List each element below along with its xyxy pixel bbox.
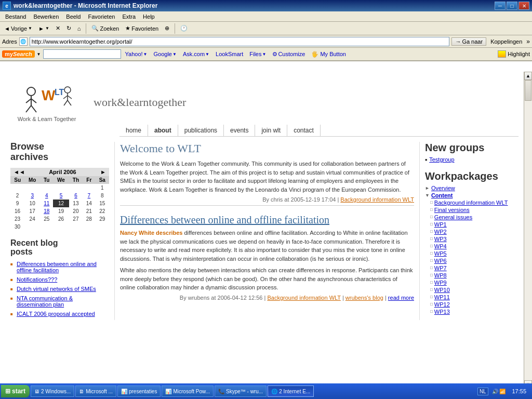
customize-button[interactable]: ⚙ Customize xyxy=(270,50,307,58)
gear-icon: ⚙ xyxy=(272,51,277,58)
menu-extra[interactable]: Extra xyxy=(119,13,139,20)
forward-icon: ► xyxy=(38,25,44,32)
history-icon: 🕐 xyxy=(180,25,188,32)
highlight-icon xyxy=(498,50,506,58)
refresh-icon: ↻ xyxy=(66,25,71,32)
browser-toolbar: ◄ Vorige ▼ ► ▼ ✕ ↻ ⌂ 🔍 Zoeken ★ Favoriet… xyxy=(0,22,532,35)
forward-button[interactable]: ► ▼ xyxy=(36,24,51,33)
menu-bewerken[interactable]: Bewerken xyxy=(30,13,62,20)
askcom-dropdown-icon[interactable]: ▼ xyxy=(205,52,209,57)
close-button[interactable]: ✕ xyxy=(518,2,529,10)
back-dropdown-icon[interactable]: ▼ xyxy=(28,26,32,31)
media-button[interactable]: ⊕ xyxy=(163,24,171,33)
search-bar: mySearch ▼ Yahoo!▼ Google▼ Ask.com▼ Look… xyxy=(0,48,532,61)
media-icon: ⊕ xyxy=(165,25,169,32)
koppelingen-button[interactable]: Koppelingen xyxy=(488,38,524,45)
google-dropdown-icon[interactable]: ▼ xyxy=(172,52,177,57)
history-button[interactable]: 🕐 xyxy=(178,24,190,33)
stop-button[interactable]: ✕ xyxy=(54,24,62,33)
search-input[interactable] xyxy=(43,49,121,59)
search-icon: 🔍 xyxy=(91,25,99,32)
page-icon: 🌐 xyxy=(19,37,28,46)
looksmart-button[interactable]: LookSmart xyxy=(214,50,245,58)
askcom-button[interactable]: Ask.com▼ xyxy=(181,50,211,58)
my-search-button[interactable]: mySearch xyxy=(2,50,35,58)
go-arrow-icon: → xyxy=(455,38,461,45)
minimize-button[interactable]: ─ xyxy=(495,2,506,10)
ie-icon: e xyxy=(3,2,11,10)
files-dropdown-icon[interactable]: ▼ xyxy=(262,52,266,57)
maximize-button[interactable]: □ xyxy=(507,2,517,10)
menu-favorieten[interactable]: Favorieten xyxy=(85,13,118,20)
go-button[interactable]: → Ga naar xyxy=(451,37,486,46)
separator-1 xyxy=(86,23,86,34)
expand-icon[interactable]: » xyxy=(526,38,530,45)
window-controls[interactable]: ─ □ ✕ xyxy=(495,2,529,10)
menu-bestand[interactable]: Bestand xyxy=(2,13,29,20)
yahoo-button[interactable]: Yahoo!▼ xyxy=(123,50,150,58)
star-icon: ★ xyxy=(125,25,130,32)
separator-2 xyxy=(175,23,175,34)
back-label: Vorige xyxy=(11,25,27,32)
my-search-label: my xyxy=(5,51,13,57)
highlight-button[interactable]: Highlight xyxy=(498,50,530,58)
forward-dropdown-icon[interactable]: ▼ xyxy=(45,26,49,31)
my-button[interactable]: 🖐 My Button xyxy=(309,50,348,58)
menu-bar: Bestand Bewerken Beeld Favorieten Extra … xyxy=(0,11,532,22)
back-button[interactable]: ◄ Vorige ▼ xyxy=(2,24,34,33)
menu-help[interactable]: Help xyxy=(140,13,158,20)
files-button[interactable]: Files▼ xyxy=(247,50,268,58)
search-button[interactable]: 🔍 Zoeken xyxy=(89,24,121,33)
home-icon: ⌂ xyxy=(77,25,81,32)
address-input[interactable] xyxy=(30,37,450,46)
title-bar: e work&learntogether - Microsoft Interne… xyxy=(0,0,532,11)
home-button[interactable]: ⌂ xyxy=(75,24,83,33)
window-title: e work&learntogether - Microsoft Interne… xyxy=(3,2,157,10)
address-label: Adres xyxy=(2,38,17,45)
menu-beeld[interactable]: Beeld xyxy=(63,13,84,20)
back-icon: ◄ xyxy=(4,25,10,32)
search-dropdown-icon[interactable]: ▼ xyxy=(37,52,41,57)
favorites-button[interactable]: ★ Favorieten xyxy=(123,24,161,33)
google-button[interactable]: Google▼ xyxy=(152,50,179,58)
refresh-button[interactable]: ↻ xyxy=(64,24,73,33)
stop-icon: ✕ xyxy=(56,25,60,32)
yahoo-dropdown-icon[interactable]: ▼ xyxy=(143,52,148,57)
address-bar: Adres 🌐 → Ga naar Koppelingen » xyxy=(0,35,532,48)
